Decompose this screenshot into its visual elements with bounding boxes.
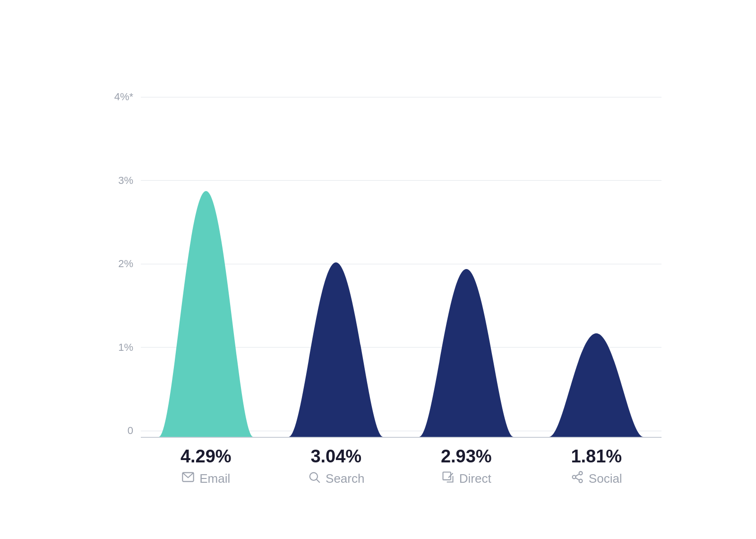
source-name-search: Search bbox=[326, 471, 364, 486]
y-axis-label bbox=[104, 91, 112, 487]
label-pct-direct: 2.93% bbox=[441, 446, 492, 467]
bottom-axis bbox=[141, 437, 662, 438]
svg-point-7 bbox=[579, 479, 582, 483]
svg-point-1 bbox=[310, 473, 318, 480]
bar-col-direct bbox=[401, 269, 532, 437]
svg-point-5 bbox=[579, 471, 582, 475]
bar-col-email bbox=[141, 191, 271, 437]
email-icon bbox=[181, 470, 195, 487]
bars-row bbox=[141, 91, 662, 437]
label-pct-social: 1.81% bbox=[571, 446, 622, 467]
chart-body: 4%* 3% 2% 1% 0 4.29%Email3.04%Search2.93… bbox=[104, 91, 662, 487]
label-source-direct: Direct bbox=[441, 470, 491, 487]
svg-line-8 bbox=[576, 478, 579, 480]
label-pct-search: 3.04% bbox=[310, 446, 361, 467]
svg-point-6 bbox=[572, 476, 576, 479]
label-source-search: Search bbox=[308, 470, 364, 487]
label-col-social: 1.81%Social bbox=[532, 446, 662, 487]
chart-area: 4%* 3% 2% 1% 0 4.29%Email3.04%Search2.93… bbox=[112, 91, 662, 487]
label-col-search: 3.04%Search bbox=[271, 446, 402, 487]
bar-col-social bbox=[532, 333, 662, 437]
search-icon bbox=[308, 470, 321, 487]
label-source-email: Email bbox=[181, 470, 230, 487]
bar-col-search bbox=[271, 262, 402, 437]
source-name-email: Email bbox=[199, 471, 230, 486]
svg-line-2 bbox=[317, 479, 319, 482]
source-name-social: Social bbox=[589, 471, 622, 486]
label-pct-email: 4.29% bbox=[180, 446, 232, 467]
label-source-social: Social bbox=[571, 470, 622, 487]
chart-container: 4%* 3% 2% 1% 0 4.29%Email3.04%Search2.93… bbox=[66, 33, 690, 506]
label-col-email: 4.29%Email bbox=[141, 446, 271, 487]
social-icon bbox=[571, 470, 584, 487]
direct-icon bbox=[441, 470, 455, 487]
labels-row: 4.29%Email3.04%Search2.93%Direct1.81%Soc… bbox=[141, 446, 662, 487]
grid-and-bars: 4%* 3% 2% 1% 0 bbox=[112, 91, 662, 437]
label-col-direct: 2.93%Direct bbox=[401, 446, 532, 487]
svg-line-9 bbox=[576, 474, 579, 477]
source-name-direct: Direct bbox=[459, 471, 491, 486]
